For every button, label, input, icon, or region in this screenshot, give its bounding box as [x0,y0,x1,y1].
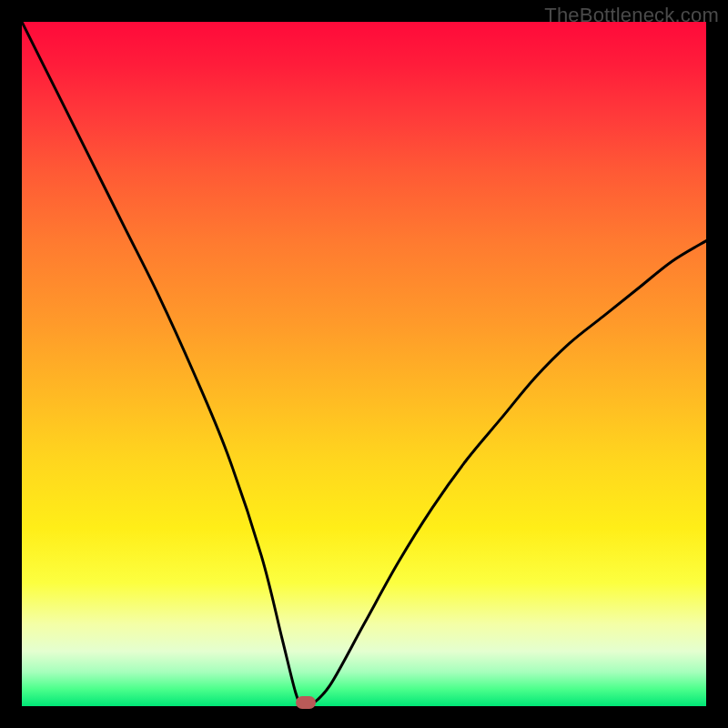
optimal-point-marker [296,696,316,709]
bottleneck-curve [22,22,706,706]
plot-area [22,22,706,706]
chart-frame: TheBottleneck.com [0,0,728,728]
